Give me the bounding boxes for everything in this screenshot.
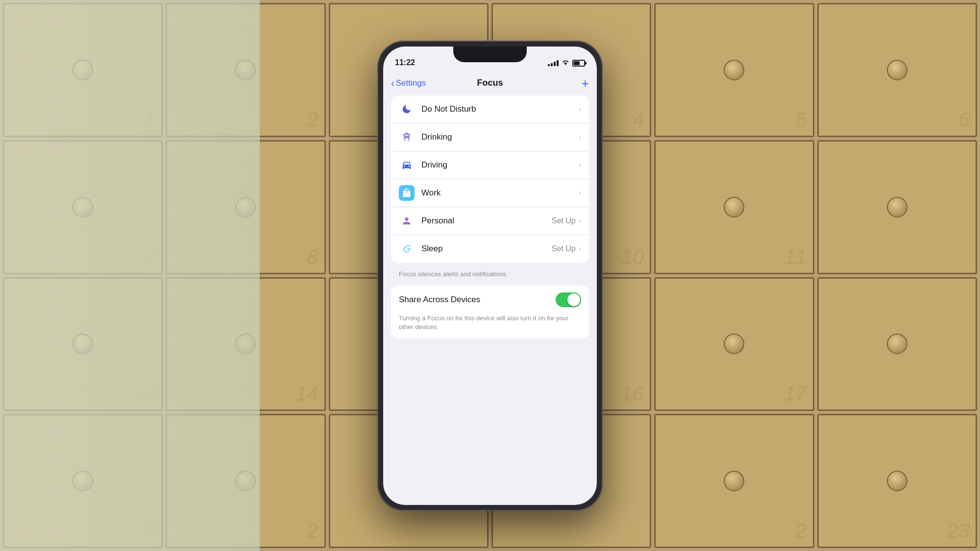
sleep-label: Sleep: [421, 244, 552, 254]
toggle-thumb: [567, 293, 580, 306]
status-icons: [548, 60, 585, 67]
focus-items-card: Do Not Disturb › Drinking ›: [391, 96, 589, 263]
back-label: Settings: [396, 78, 426, 88]
focus-note: Focus silences alerts and notifications.: [391, 266, 589, 286]
share-label: Share Across Devices: [399, 295, 480, 305]
sleep-icon: [399, 241, 415, 257]
do-not-disturb-label: Do Not Disturb: [421, 104, 579, 114]
focus-item-driving[interactable]: Driving ›: [391, 151, 589, 179]
focus-item-drinking[interactable]: Drinking ›: [391, 123, 589, 151]
back-button[interactable]: ‹ Settings: [391, 77, 426, 89]
share-row: Share Across Devices: [391, 286, 589, 314]
focus-item-sleep[interactable]: Sleep Set Up ›: [391, 235, 589, 263]
drinking-icon: [399, 129, 415, 145]
work-label: Work: [421, 188, 579, 198]
page-title: Focus: [477, 78, 503, 88]
drinking-label: Drinking: [421, 132, 579, 142]
left-area: [0, 0, 260, 551]
personal-icon: [399, 213, 415, 229]
wood-cell: 11: [654, 140, 814, 274]
work-icon: [399, 185, 415, 201]
wood-cell: [817, 277, 977, 411]
phone-wrapper: 11:22: [377, 41, 603, 511]
wood-cell: 17: [654, 277, 814, 411]
phone-notch: [453, 47, 527, 62]
phone-screen: 11:22: [383, 47, 597, 505]
focus-item-personal[interactable]: Personal Set Up ›: [391, 207, 589, 235]
chevron-right-icon: ›: [579, 216, 581, 225]
screen-content: Do Not Disturb › Drinking ›: [383, 96, 597, 505]
status-time: 11:22: [395, 58, 415, 67]
add-button[interactable]: +: [582, 77, 589, 90]
share-across-devices-toggle[interactable]: [556, 292, 581, 307]
wood-cell: 5: [654, 3, 814, 137]
driving-label: Driving: [421, 160, 579, 170]
focus-item-work[interactable]: Work ›: [391, 179, 589, 207]
chevron-right-icon: ›: [579, 189, 581, 197]
personal-action: Set Up: [552, 216, 576, 225]
wood-cell: 23: [817, 414, 977, 548]
phone-body: 11:22: [377, 41, 603, 511]
share-across-devices-card: Share Across Devices Turning a Focus on …: [391, 286, 589, 338]
wifi-icon: [562, 60, 569, 67]
sleep-action: Set Up: [552, 244, 576, 253]
driving-icon: [399, 157, 415, 173]
chevron-right-icon: ›: [579, 133, 581, 142]
chevron-left-icon: ‹: [391, 77, 394, 89]
chevron-right-icon: ›: [579, 105, 581, 114]
chevron-right-icon: ›: [579, 244, 581, 253]
do-not-disturb-icon: [399, 101, 415, 117]
wood-cell: 2: [654, 414, 814, 548]
battery-icon: [572, 60, 585, 67]
signal-icon: [548, 60, 559, 66]
personal-label: Personal: [421, 216, 552, 226]
chevron-right-icon: ›: [579, 161, 581, 169]
nav-header: ‹ Settings Focus +: [383, 71, 597, 96]
share-description: Turning a Focus on for this device will …: [391, 314, 589, 338]
wood-cell: [817, 140, 977, 274]
wood-cell: 6: [817, 3, 977, 137]
focus-item-do-not-disturb[interactable]: Do Not Disturb ›: [391, 96, 589, 123]
